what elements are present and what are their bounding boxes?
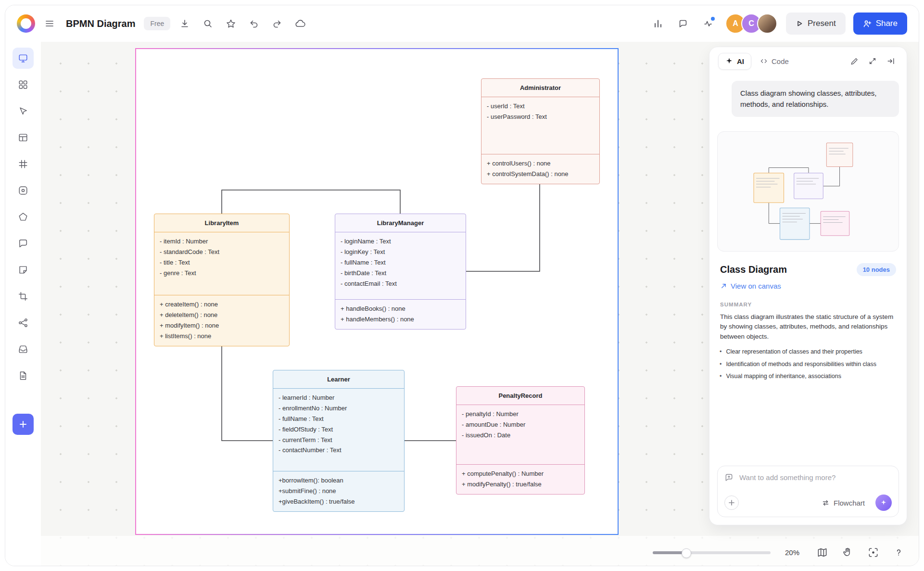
class-libraryitem[interactable]: LibraryItem - itemId : Number - standard… bbox=[154, 214, 290, 346]
diagram-selection-frame[interactable]: Administrator - userId : Text - userPass… bbox=[135, 48, 619, 535]
class-attribute: - issuedOn : Date bbox=[462, 431, 579, 440]
frame-icon bbox=[18, 159, 28, 169]
sidebar-tool-crop[interactable] bbox=[13, 286, 34, 307]
search-button[interactable] bbox=[199, 15, 216, 32]
result-title: Class Diagram bbox=[720, 264, 787, 275]
class-attribute: - fieldOfStudy : Text bbox=[278, 426, 399, 434]
attach-button[interactable] bbox=[724, 495, 739, 510]
class-attribute: - amountDue : Number bbox=[462, 421, 579, 429]
pan-tool-button[interactable] bbox=[842, 547, 853, 558]
ai-chat-box: Flowchart bbox=[717, 466, 899, 517]
summary-bullets: Clear representation of classes and thei… bbox=[717, 347, 899, 381]
mode-label: Flowchart bbox=[834, 499, 865, 507]
search-icon bbox=[203, 19, 213, 28]
notification-dot bbox=[711, 17, 715, 21]
class-methods: + createItem() : none + deleteItem() : n… bbox=[154, 295, 289, 346]
sidebar-tool-note[interactable] bbox=[13, 259, 34, 280]
sidebar-tool-frame[interactable] bbox=[13, 153, 34, 175]
ai-panel: AI Code Class diagram showing classes, a… bbox=[709, 47, 907, 525]
class-attribute: - loginName : Text bbox=[341, 238, 460, 246]
class-methods: + computePenalty() : Number + modifyPena… bbox=[456, 464, 584, 494]
class-attribute: - loginKey : Text bbox=[341, 248, 460, 256]
class-attribute: - title : Text bbox=[160, 259, 284, 267]
crosshair-icon bbox=[868, 547, 879, 558]
zoom-slider[interactable] bbox=[653, 548, 771, 557]
class-method: + controlSystemData() : none bbox=[487, 170, 594, 178]
cursor-icon bbox=[18, 106, 28, 116]
edit-button[interactable] bbox=[847, 54, 861, 68]
sidebar-tool-board[interactable] bbox=[13, 48, 34, 69]
sidebar-add-button[interactable] bbox=[13, 414, 34, 435]
zoom-slider-fill bbox=[653, 551, 686, 554]
send-button[interactable] bbox=[875, 495, 892, 511]
sidebar-tool-select[interactable] bbox=[13, 101, 34, 122]
cloud-icon bbox=[295, 18, 305, 29]
class-attributes: - penaltyId : Number - amountDue : Numbe… bbox=[456, 405, 584, 464]
class-administrator[interactable]: Administrator - userId : Text - userPass… bbox=[481, 78, 600, 184]
stats-button[interactable] bbox=[649, 15, 667, 32]
download-button[interactable] bbox=[176, 15, 193, 32]
sidebar-tool-storage[interactable] bbox=[13, 339, 34, 360]
class-penaltyrecord[interactable]: PenaltyRecord - penaltyId : Number - amo… bbox=[456, 386, 585, 495]
undo-button[interactable] bbox=[245, 15, 263, 32]
comments-button[interactable] bbox=[674, 15, 692, 32]
sidebar-tool-table[interactable] bbox=[13, 127, 34, 148]
question-icon bbox=[893, 547, 904, 558]
document-title: BPMN Diagram bbox=[66, 18, 135, 29]
summary-text: This class diagram illustrates the stati… bbox=[717, 312, 899, 342]
diagram-preview-card[interactable] bbox=[717, 131, 899, 252]
sidebar-tool-shapes[interactable] bbox=[13, 74, 34, 95]
cloud-sync-button[interactable] bbox=[291, 15, 309, 32]
ai-sparkle-icon bbox=[880, 499, 887, 507]
favorite-button[interactable] bbox=[222, 15, 240, 32]
chat-prompt-icon bbox=[724, 473, 734, 482]
class-title: PenaltyRecord bbox=[456, 387, 584, 405]
class-method: +giveBackItem() : true/false bbox=[278, 498, 399, 506]
person-plus-icon bbox=[863, 19, 872, 28]
menu-button[interactable] bbox=[41, 15, 58, 32]
table-icon bbox=[18, 132, 28, 143]
help-button[interactable] bbox=[893, 547, 904, 558]
class-method: +borrowItem(): boolean bbox=[278, 477, 399, 485]
sidebar-tool-document[interactable] bbox=[13, 365, 34, 386]
class-attribute: - birthDate : Text bbox=[341, 269, 460, 278]
tab-code[interactable]: Code bbox=[755, 53, 794, 69]
sidebar-tool-connector[interactable] bbox=[13, 312, 34, 333]
view-on-canvas-label: View on canvas bbox=[731, 282, 781, 290]
record-icon bbox=[18, 185, 28, 196]
zoom-slider-knob[interactable] bbox=[682, 548, 691, 558]
document-icon bbox=[18, 370, 28, 381]
share-button[interactable]: Share bbox=[853, 13, 907, 35]
view-on-canvas-link[interactable]: View on canvas bbox=[717, 282, 899, 290]
class-attributes: - itemId : Number - standardCode : Text … bbox=[154, 232, 289, 295]
redo-button[interactable] bbox=[268, 15, 286, 32]
left-toolbar bbox=[5, 42, 41, 566]
expand-button[interactable] bbox=[865, 54, 880, 68]
sidebar-tool-record[interactable] bbox=[13, 180, 34, 201]
minimap-button[interactable] bbox=[817, 547, 828, 558]
ai-panel-header: AI Code bbox=[717, 47, 899, 75]
shapes-grid-icon bbox=[18, 79, 28, 90]
class-method: + modifyPenalty() : true/false bbox=[462, 481, 579, 489]
sidebar-tool-polygon[interactable] bbox=[13, 206, 34, 228]
ai-prompt-input[interactable] bbox=[738, 473, 892, 482]
activity-button[interactable] bbox=[699, 15, 717, 32]
sidebar-tool-comment[interactable] bbox=[13, 233, 34, 254]
summary-bullet: Clear representation of classes and thei… bbox=[720, 347, 897, 356]
collapse-panel-button[interactable] bbox=[884, 54, 898, 68]
app-logo[interactable] bbox=[17, 14, 35, 33]
class-librarymanager[interactable]: LibraryManager - loginName : Text - logi… bbox=[335, 214, 466, 330]
class-method: + handleBooks() : none bbox=[341, 305, 460, 313]
tab-ai[interactable]: AI bbox=[718, 53, 751, 70]
collapse-right-icon bbox=[886, 57, 895, 65]
mode-select[interactable]: Flowchart bbox=[819, 498, 868, 508]
focus-button[interactable] bbox=[868, 547, 879, 558]
class-learner[interactable]: Learner - learnerId : Number - enrollmen… bbox=[273, 370, 405, 512]
class-method: + modifyItem() : none bbox=[160, 322, 284, 330]
class-methods: + handleBooks() : none + handleMembers()… bbox=[335, 299, 466, 329]
play-icon bbox=[796, 20, 803, 27]
avatar-photo[interactable] bbox=[757, 13, 777, 34]
main-area: Administrator - userId : Text - userPass… bbox=[5, 42, 919, 566]
download-icon bbox=[180, 19, 190, 28]
present-button[interactable]: Present bbox=[786, 13, 846, 35]
